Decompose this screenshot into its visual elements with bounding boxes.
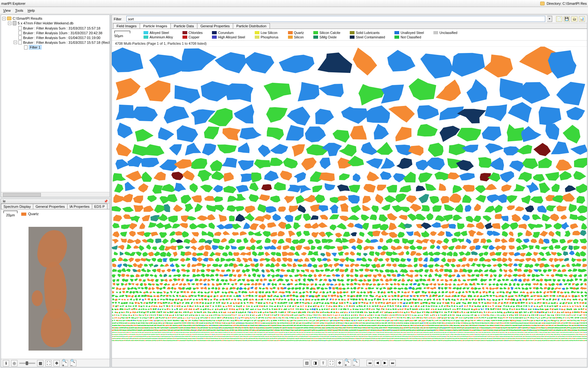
svg-rect-2745	[545, 336, 546, 337]
svg-rect-1758	[530, 332, 531, 333]
tab-field-images[interactable]: Field Images	[113, 23, 140, 29]
tree-item[interactable]: −Bruker : Filter Analysis 5um : 31/03/20…	[14, 40, 109, 45]
svg-rect-2476	[294, 336, 295, 337]
menu-tools[interactable]: Tools	[15, 9, 23, 12]
tool-a-button[interactable]: ▤	[303, 359, 310, 366]
tool-icon-1[interactable]: 📄	[556, 16, 562, 22]
tool-icon-3[interactable]: 🗂	[571, 16, 578, 22]
svg-rect-583	[520, 325, 521, 326]
svg-rect-2717	[519, 336, 520, 337]
svg-rect-2889	[197, 338, 198, 339]
pin-icon[interactable]	[104, 199, 108, 203]
tree-db[interactable]: − 5 x 47mm Filter Holder Weekend.db	[8, 21, 109, 26]
svg-rect-694	[196, 327, 198, 328]
grid-button[interactable]: ▦	[37, 360, 43, 366]
fit-button[interactable]: ⛶	[328, 359, 335, 366]
svg-rect-126	[311, 323, 313, 324]
particles-canvas[interactable]	[112, 47, 587, 358]
nav-prev-button[interactable]: ◀	[374, 360, 380, 366]
zoom-in-button[interactable]: 🔍+	[344, 359, 351, 366]
menu-help[interactable]: Help	[28, 9, 35, 12]
svg-rect-894	[460, 327, 462, 328]
nav-last-button[interactable]: ⏭	[389, 360, 396, 366]
tree-expander[interactable]: −	[2, 17, 6, 20]
tab-general-properties[interactable]: General Properties	[33, 204, 67, 209]
tab-ia-properties[interactable]: IA Properties	[67, 204, 92, 209]
fit-button[interactable]: ⛶	[45, 360, 52, 366]
svg-rect-231	[478, 323, 479, 324]
tab-eds-p[interactable]: EDS P	[92, 204, 107, 209]
tree-item[interactable]: Bruker : Filter Analysis 5um : 31/03/201…	[14, 26, 109, 30]
tree-scrollbar[interactable]	[1, 192, 110, 197]
filter-dropdown-button[interactable]: ▼	[547, 16, 552, 22]
zoom-slider[interactable]	[19, 363, 35, 364]
tool-b-button[interactable]: ◨	[311, 359, 318, 366]
svg-rect-975	[567, 327, 568, 328]
svg-rect-1619	[376, 332, 377, 333]
svg-rect-2198	[504, 334, 505, 335]
tab-particle-images[interactable]: Particle Images	[140, 23, 171, 29]
tab-spectrum-display[interactable]: Spectrum Display	[1, 204, 33, 209]
svg-rect-341	[171, 325, 172, 326]
svg-rect-1814	[116, 334, 117, 335]
tree-expander[interactable]: −	[8, 22, 11, 25]
menu-view[interactable]: View	[3, 9, 11, 12]
svg-rect-2132	[438, 334, 438, 335]
svg-rect-1001	[125, 330, 126, 331]
svg-rect-3866	[535, 340, 536, 341]
svg-rect-3408	[167, 340, 168, 341]
zoom-out-button[interactable]: 🔍−	[353, 359, 360, 366]
svg-rect-1830	[132, 334, 133, 335]
tab-general-properties[interactable]: General Properties	[197, 23, 233, 29]
tree-db-label: 5 x 47mm Filter Holder Weekend.db	[18, 21, 74, 25]
svg-rect-828	[374, 327, 375, 328]
tree-item[interactable]: Bruker : Filter Analysis 5um : 01/04/201…	[14, 35, 109, 40]
tab-particle-data[interactable]: Particle Data	[170, 23, 197, 29]
tool-icon-2[interactable]: 💾	[564, 16, 570, 22]
svg-rect-3122	[399, 338, 399, 339]
tree-item[interactable]: Bruker : Filter Analysis 10um : 31/03/20…	[14, 30, 109, 35]
svg-rect-2428	[250, 336, 251, 337]
export-button[interactable]: ⇪	[320, 359, 327, 366]
svg-rect-1781	[555, 332, 556, 333]
svg-rect-3019	[310, 338, 311, 339]
svg-rect-2542	[356, 336, 357, 337]
svg-rect-1300	[489, 330, 491, 331]
info-button[interactable]: ℹ	[3, 360, 9, 366]
svg-rect-311	[128, 325, 129, 326]
svg-rect-1526	[273, 332, 274, 333]
svg-rect-2222	[528, 334, 529, 335]
svg-rect-3056	[342, 338, 343, 339]
svg-rect-2237	[544, 334, 545, 335]
tab-particle-distribution[interactable]: Particle Distribution	[233, 23, 270, 29]
svg-rect-1233	[408, 330, 409, 331]
target-button[interactable]: ◎	[11, 360, 17, 366]
svg-rect-1465	[206, 332, 207, 333]
svg-rect-1532	[280, 332, 281, 333]
zoom-out-button[interactable]: 🔍−	[70, 360, 76, 366]
svg-rect-818	[360, 327, 361, 328]
svg-rect-933	[512, 327, 513, 328]
nav-first-button[interactable]: ⏮	[367, 360, 373, 366]
svg-rect-2178	[484, 334, 485, 335]
nav-next-button[interactable]: ▶	[382, 360, 388, 366]
svg-rect-3127	[403, 338, 404, 339]
svg-rect-2098	[403, 334, 404, 335]
tree-panel: − C:\SmartPI Results − 5 x 47mm Filter H…	[1, 15, 110, 197]
tool-icon-4[interactable]: 📊	[579, 16, 585, 22]
svg-rect-2329	[158, 336, 159, 337]
tree-item-selected[interactable]: Filter 1	[19, 45, 109, 50]
svg-rect-2587	[398, 336, 399, 337]
svg-rect-2878	[188, 338, 189, 339]
svg-rect-212	[448, 323, 449, 324]
svg-rect-3476	[221, 340, 222, 341]
filter-input[interactable]	[126, 16, 545, 22]
tree-expander[interactable]: −	[14, 41, 17, 44]
pan-button[interactable]: ✥	[54, 360, 60, 366]
svg-rect-2219	[526, 334, 527, 335]
svg-rect-1256	[436, 330, 437, 331]
tree-root[interactable]: − C:\SmartPI Results	[2, 16, 109, 21]
svg-rect-1702	[468, 332, 469, 333]
zoom-in-button[interactable]: 🔍+	[62, 360, 68, 366]
pan-button[interactable]: ✥	[336, 359, 343, 366]
